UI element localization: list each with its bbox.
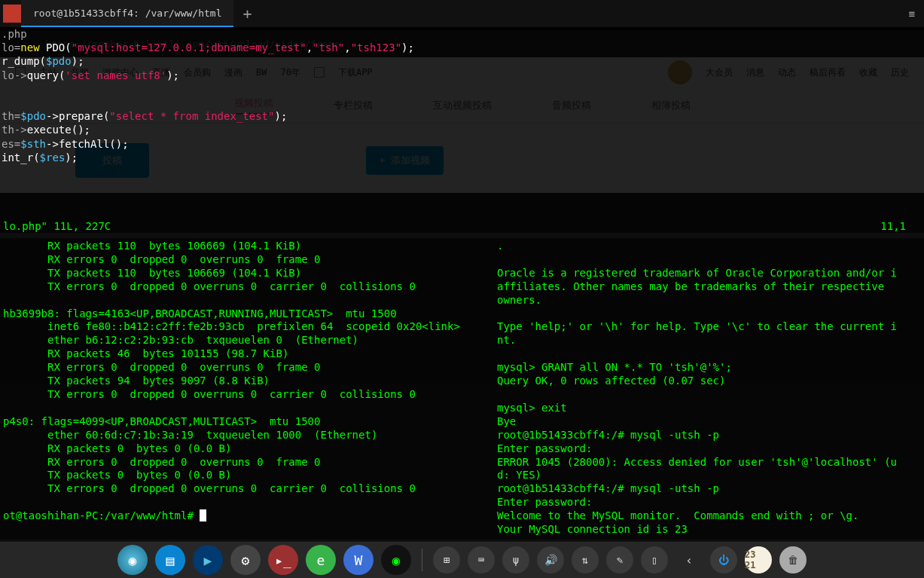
launcher-icon[interactable]: ◉ (117, 545, 148, 575)
power-icon[interactable]: ⏻ (710, 546, 737, 573)
tray-network-icon[interactable]: ⇅ (572, 546, 599, 573)
cursor (200, 509, 206, 521)
terminal-icon[interactable]: ▸_ (268, 545, 298, 575)
code: (); (109, 138, 128, 150)
code: "tsh" (313, 41, 344, 54)
code: "select * from index_test" (109, 110, 274, 122)
browser-icon[interactable]: e (306, 545, 336, 575)
code: "tsh123" (351, 41, 401, 54)
code: lo-> (2, 69, 27, 81)
code: ); (65, 151, 78, 164)
code: ( (33, 151, 39, 164)
code: th-> (2, 124, 27, 136)
tray-chevron-icon[interactable]: ‹ (675, 546, 703, 573)
code: , (344, 41, 350, 54)
taskbar: ◉ ▤ ▶ ⚙ ▸_ e W ◉ ⊞ ⌨ ψ 🔊 ⇅ ✎ ▯ ‹ ⏻ 23 21… (0, 542, 924, 578)
code: "mysql:host=127.0.0.1;dbname=my_test" (72, 41, 306, 54)
code: query (27, 69, 59, 81)
terminal-output: . Oracle is a registered trademark of Or… (497, 240, 897, 535)
status-right: 11,1 (880, 219, 921, 233)
code: th= (2, 110, 20, 122)
code: execute (27, 124, 72, 136)
code: lo= (2, 41, 20, 54)
code: ( (65, 41, 71, 54)
new-tab-button[interactable]: + (233, 5, 261, 23)
code: r_dump (2, 55, 40, 67)
tray-usb-icon[interactable]: ψ (502, 546, 529, 573)
tab-title: root@1b51433cbff4: /var/www/html (33, 8, 221, 19)
camera-icon[interactable]: ◉ (381, 545, 411, 575)
code: .php (2, 28, 27, 40)
video-player-icon[interactable]: ▶ (193, 545, 223, 575)
code: prepare (59, 110, 103, 122)
status-left: lo.php" 11L, 227C (3, 219, 111, 233)
trash-icon[interactable]: 🗑 (779, 546, 807, 573)
wps-icon[interactable]: W (343, 545, 374, 575)
terminal-bottom-split: RX packets 110 bytes 106669 (104.1 KiB) … (0, 238, 924, 540)
tray-keyboard-icon[interactable]: ⌨ (468, 546, 495, 573)
terminal-tab[interactable]: root@1b51433cbff4: /var/www/html (21, 0, 233, 27)
vim-status-line: lo.php" 11L, 227C 11,1 (2, 219, 922, 233)
terminal-tab-bar: root@1b51433cbff4: /var/www/html + ≡ (0, 0, 924, 27)
code: 'set names utf8' (65, 69, 166, 81)
code: ); (72, 55, 84, 67)
code: ( (40, 55, 46, 67)
tray-clipboard-icon[interactable]: ▯ (641, 546, 668, 573)
code: $sth (20, 138, 46, 150)
menu-icon[interactable]: ≡ (909, 8, 915, 20)
terminal-pane-right[interactable]: . Oracle is a registered trademark of Or… (494, 238, 924, 540)
clock[interactable]: 23 21 (745, 546, 772, 573)
terminal-app-icon (3, 5, 21, 23)
code: -> (46, 110, 59, 122)
code: PDO (46, 41, 65, 54)
terminal-output: RX packets 110 bytes 106669 (104.1 KiB) … (3, 240, 460, 521)
code: ); (166, 69, 179, 81)
code: fetchAll (59, 138, 109, 150)
code: int_r (2, 151, 33, 164)
code: $res (40, 151, 66, 164)
taskbar-divider (422, 549, 422, 571)
tray-grid-icon[interactable]: ⊞ (433, 546, 460, 573)
tray-edit-icon[interactable]: ✎ (606, 546, 633, 573)
settings-icon[interactable]: ⚙ (230, 545, 261, 575)
code: ); (401, 41, 414, 54)
code: (); (72, 124, 90, 136)
vim-editor-pane[interactable]: .php lo=new PDO("mysql:host=127.0.0.1;db… (0, 27, 924, 233)
code: ); (274, 110, 287, 122)
tray-volume-icon[interactable]: 🔊 (537, 546, 564, 573)
code: $pdo (46, 55, 72, 67)
code: new (20, 41, 46, 54)
code: -> (46, 138, 59, 150)
code: $pdo (20, 110, 46, 122)
file-manager-icon[interactable]: ▤ (155, 545, 185, 575)
code: , (306, 41, 313, 54)
terminal-pane-left[interactable]: RX packets 110 bytes 106669 (104.1 KiB) … (0, 238, 494, 540)
code: es= (2, 138, 20, 150)
